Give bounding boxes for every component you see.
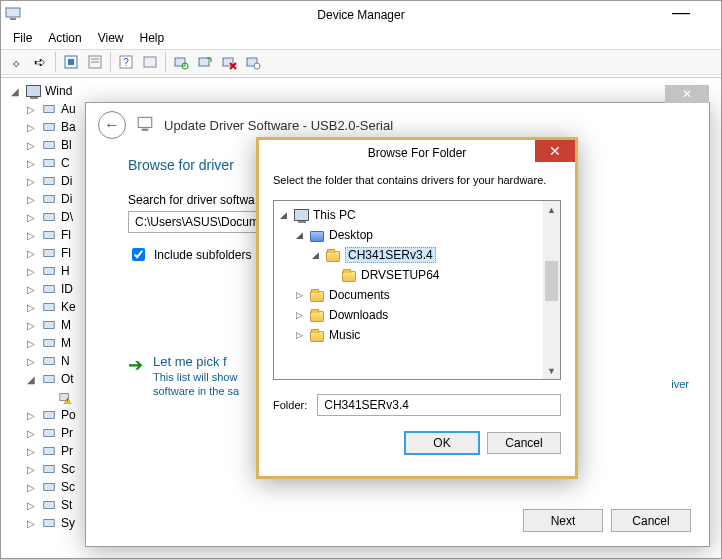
expander-icon[interactable]: ▷ xyxy=(27,248,37,259)
device-node[interactable]: ▷Sy xyxy=(11,514,83,532)
tree-this-pc[interactable]: ◢ This PC xyxy=(276,205,558,225)
menu-view[interactable]: View xyxy=(90,29,132,49)
back-icon[interactable]: ⬦ xyxy=(5,51,27,73)
tree-music[interactable]: ▷ Music xyxy=(276,325,558,345)
device-node[interactable]: ▷D\ xyxy=(11,208,83,226)
device-node[interactable]: ▷M xyxy=(11,334,83,352)
prop-icon[interactable] xyxy=(84,51,106,73)
menu-help[interactable]: Help xyxy=(132,29,173,49)
minimize-icon[interactable]: ― xyxy=(671,7,691,17)
forward-icon[interactable]: ➪ xyxy=(29,51,51,73)
scroll-up-icon[interactable]: ▲ xyxy=(543,201,560,218)
expander-icon[interactable]: ▷ xyxy=(27,500,37,511)
device-node[interactable]: ▷St xyxy=(11,496,83,514)
include-subfolders-checkbox[interactable] xyxy=(132,248,145,261)
wizard-back-button[interactable]: ← xyxy=(98,111,126,139)
expander-icon[interactable]: ▷ xyxy=(27,410,37,421)
tree-drvsetup64[interactable]: DRVSETUP64 xyxy=(276,265,558,285)
expander-icon[interactable]: ▷ xyxy=(27,428,37,439)
device-node[interactable]: ◢Ot xyxy=(11,370,83,388)
svg-rect-0 xyxy=(6,8,20,17)
expander-icon[interactable]: ▷ xyxy=(27,338,37,349)
expander-icon[interactable]: ▷ xyxy=(27,320,37,331)
bff-folder-tree[interactable]: ▲ ▼ ◢ This PC ◢ Desktop ◢ CH341 xyxy=(273,200,561,380)
device-node[interactable]: ▷Au xyxy=(11,100,83,118)
device-node[interactable]: ▷Fl xyxy=(11,244,83,262)
dm-titlebar: Device Manager ― xyxy=(1,1,721,29)
device-icon xyxy=(41,371,57,387)
wizard-close-button[interactable]: ✕ xyxy=(665,85,709,103)
bff-close-button[interactable]: ✕ xyxy=(535,140,575,162)
tree-downloads[interactable]: ▷ Downloads xyxy=(276,305,558,325)
menu-action[interactable]: Action xyxy=(40,29,89,49)
tree-root[interactable]: ◢ Wind xyxy=(11,82,721,100)
scroll-thumb[interactable] xyxy=(545,261,558,301)
expander-icon[interactable]: ▷ xyxy=(27,194,37,205)
tree-documents[interactable]: ▷ Documents xyxy=(276,285,558,305)
device-node[interactable]: ▷Di xyxy=(11,190,83,208)
device-node[interactable]: ▷Bl xyxy=(11,136,83,154)
expander-icon[interactable]: ◢ xyxy=(11,86,21,97)
expander-icon[interactable]: ▷ xyxy=(27,518,37,529)
device-node[interactable]: ▷Ba xyxy=(11,118,83,136)
tree-desktop[interactable]: ◢ Desktop xyxy=(276,225,558,245)
device-node[interactable]: ▷Ke xyxy=(11,298,83,316)
folder-name-input[interactable] xyxy=(317,394,561,416)
expander-icon[interactable]: ▷ xyxy=(294,330,305,340)
expander-icon[interactable]: ▷ xyxy=(27,464,37,475)
folder-icon xyxy=(309,307,325,323)
expander-icon[interactable]: ▷ xyxy=(27,212,37,223)
expander-icon[interactable]: ▷ xyxy=(27,302,37,313)
expander-icon[interactable]: ◢ xyxy=(27,374,37,385)
next-button[interactable]: Next xyxy=(523,509,603,532)
device-node[interactable]: ▷N xyxy=(11,352,83,370)
expander-icon[interactable]: ▷ xyxy=(294,290,305,300)
device-icon xyxy=(41,119,57,135)
device-node[interactable]: ▷ID xyxy=(11,280,83,298)
scan-icon[interactable] xyxy=(170,51,192,73)
bff-cancel-button[interactable]: Cancel xyxy=(487,432,561,454)
device-node[interactable]: ! xyxy=(11,388,83,406)
ok-button[interactable]: OK xyxy=(405,432,479,454)
expander-icon[interactable]: ◢ xyxy=(294,230,305,240)
device-node[interactable]: ▷Fl xyxy=(11,226,83,244)
expander-icon[interactable]: ◢ xyxy=(278,210,289,220)
cancel-button[interactable]: Cancel xyxy=(611,509,691,532)
folder-icon xyxy=(309,287,325,303)
expander-icon[interactable]: ▷ xyxy=(27,230,37,241)
device-node[interactable]: ▷Pr xyxy=(11,424,83,442)
show-hidden-icon[interactable] xyxy=(60,51,82,73)
svg-rect-33 xyxy=(44,376,55,383)
disable-icon[interactable] xyxy=(242,51,264,73)
expander-icon[interactable]: ▷ xyxy=(27,356,37,367)
expander-icon[interactable]: ▷ xyxy=(27,122,37,133)
uninstall-icon[interactable] xyxy=(218,51,240,73)
expander-icon[interactable]: ▷ xyxy=(27,482,37,493)
expander-icon[interactable]: ▷ xyxy=(27,104,37,115)
device-label: Sy xyxy=(61,516,75,530)
expander-icon[interactable] xyxy=(326,270,337,280)
expander-icon[interactable]: ▷ xyxy=(27,140,37,151)
device-node[interactable]: ▷Pr xyxy=(11,442,83,460)
device-node[interactable]: ▷Po xyxy=(11,406,83,424)
expander-icon[interactable]: ▷ xyxy=(27,158,37,169)
refresh-icon[interactable] xyxy=(139,51,161,73)
device-node[interactable]: ▷M xyxy=(11,316,83,334)
scroll-down-icon[interactable]: ▼ xyxy=(543,362,560,379)
expander-icon[interactable]: ▷ xyxy=(27,284,37,295)
device-node[interactable]: ▷Sc xyxy=(11,460,83,478)
expander-icon[interactable]: ▷ xyxy=(27,266,37,277)
update-driver-icon[interactable] xyxy=(194,51,216,73)
menu-file[interactable]: File xyxy=(5,29,40,49)
expander-icon[interactable]: ▷ xyxy=(27,446,37,457)
expander-icon[interactable]: ◢ xyxy=(310,250,321,260)
expander-icon[interactable]: ▷ xyxy=(27,176,37,187)
device-node[interactable]: ▷C xyxy=(11,154,83,172)
expander-icon[interactable]: ▷ xyxy=(294,310,305,320)
device-node[interactable]: ▷H xyxy=(11,262,83,280)
device-node[interactable]: ▷Di xyxy=(11,172,83,190)
device-node[interactable]: ▷Sc xyxy=(11,478,83,496)
tree-ch341ser[interactable]: ◢ CH341SERv3.4 xyxy=(276,245,558,265)
help-icon[interactable]: ? xyxy=(115,51,137,73)
bff-scrollbar[interactable]: ▲ ▼ xyxy=(543,201,560,379)
